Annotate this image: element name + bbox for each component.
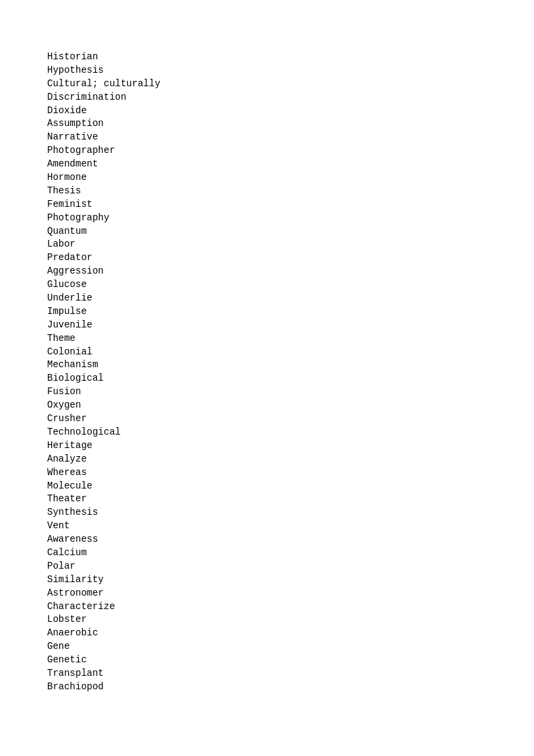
list-item: Genetic	[47, 654, 534, 666]
list-item: Brachiopod	[47, 681, 534, 693]
list-item: Theater	[47, 493, 534, 505]
list-item: Dioxide	[47, 104, 534, 117]
list-item: Fusion	[47, 385, 534, 398]
list-item: Calcium	[47, 546, 534, 559]
list-item: Awareness	[47, 533, 534, 546]
list-item: Assumption	[47, 117, 534, 130]
list-item: Mechanism	[47, 358, 534, 371]
list-item: Aggression	[47, 265, 534, 278]
list-item: Labor	[47, 238, 534, 251]
list-item: Whereas	[47, 466, 534, 479]
list-item: Colonial	[47, 346, 534, 358]
list-item: Amendment	[47, 158, 534, 170]
list-item: Gene	[47, 640, 534, 653]
list-item: Narrative	[47, 131, 534, 144]
list-item: Photographer	[47, 144, 534, 157]
list-item: Glucose	[47, 278, 534, 291]
list-item: Transplant	[47, 667, 534, 680]
list-item: Analyze	[47, 453, 534, 466]
list-item: Quantum	[47, 225, 534, 238]
list-item: Photography	[47, 212, 534, 224]
list-item: Synthesis	[47, 506, 534, 519]
list-item: Technological	[47, 426, 534, 439]
list-item: Oxygen	[47, 399, 534, 412]
list-item: Vent	[47, 519, 534, 532]
list-item: Heritage	[47, 439, 534, 452]
list-item: Discrimination	[47, 91, 534, 104]
list-item: Lobster	[47, 613, 534, 626]
word-list: HistorianHypothesisCultural; culturallyD…	[0, 0, 534, 693]
list-item: Thesis	[47, 185, 534, 197]
list-item: Feminist	[47, 198, 534, 211]
list-item: Historian	[47, 51, 534, 63]
list-item: Astronomer	[47, 587, 534, 600]
list-item: Theme	[47, 332, 534, 345]
list-item: Characterize	[47, 600, 534, 613]
list-item: Predator	[47, 251, 534, 264]
list-item: Hormone	[47, 171, 534, 184]
list-item: Impulse	[47, 305, 534, 318]
list-item: Juvenile	[47, 319, 534, 332]
list-item: Polar	[47, 560, 534, 573]
list-item: Anaerobic	[47, 627, 534, 639]
list-item: Underlie	[47, 292, 534, 305]
list-item: Similarity	[47, 573, 534, 586]
list-item: Biological	[47, 372, 534, 385]
list-item: Hypothesis	[47, 64, 534, 77]
list-item: Molecule	[47, 480, 534, 493]
list-item: Cultural; culturally	[47, 77, 534, 90]
list-item: Crusher	[47, 412, 534, 425]
